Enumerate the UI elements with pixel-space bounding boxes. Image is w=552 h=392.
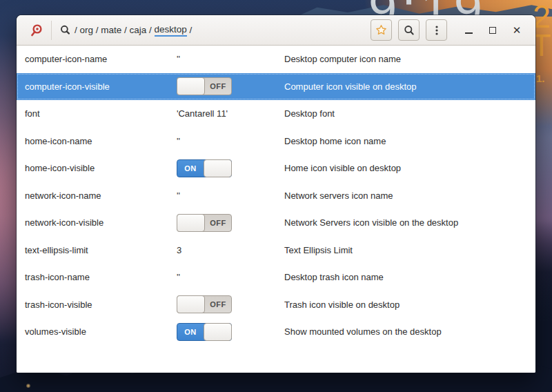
setting-value-text: '' <box>177 190 180 201</box>
setting-key: font <box>25 108 177 119</box>
toggle-handle <box>177 214 205 232</box>
toggle-handle <box>177 77 205 95</box>
setting-description: Network Servers icon visible on the desk… <box>284 217 535 228</box>
search-button[interactable] <box>398 19 420 41</box>
toggle-switch-home-icon-visible[interactable]: ON <box>177 159 232 177</box>
settings-row-text-ellipsis-limit[interactable]: text-ellipsis-limit3Text Ellipsis Limit <box>17 237 535 264</box>
maximize-icon <box>489 27 496 34</box>
settings-row-network-icon-name[interactable]: network-icon-name''Network servers icon … <box>17 182 535 210</box>
dconf-editor-window: / org / mate / caja / desktop / <box>17 15 535 373</box>
breadcrumb-suffix: / <box>187 25 193 35</box>
settings-row-font[interactable]: font'Cantarell 11'Desktop font <box>17 100 535 128</box>
breadcrumb[interactable]: / org / mate / caja / desktop / <box>75 24 192 37</box>
setting-key: text-ellipsis-limit <box>25 245 177 255</box>
minimize-icon <box>465 32 473 34</box>
setting-key: trash-icon-visible <box>25 300 177 310</box>
setting-value: OFF <box>177 295 284 313</box>
settings-row-computer-icon-name[interactable]: computer-icon-name''Desktop computer ico… <box>17 46 535 73</box>
distant-light <box>26 384 30 388</box>
setting-description: Desktop computer icon name <box>284 54 535 64</box>
bookmark-button[interactable] <box>371 19 392 41</box>
setting-key: volumes-visible <box>25 326 177 337</box>
setting-value: ON <box>177 323 284 341</box>
toggle-switch-volumes-visible[interactable]: ON <box>177 323 232 341</box>
menu-button[interactable] <box>426 19 447 41</box>
maximize-button[interactable] <box>484 21 502 39</box>
toggle-handle <box>204 159 232 177</box>
setting-value: 3 <box>177 245 284 255</box>
toggle-handle <box>177 295 205 313</box>
settings-row-trash-icon-visible[interactable]: trash-icon-visibleOFFTrash icon visible … <box>17 291 535 319</box>
settings-row-home-icon-visible[interactable]: home-icon-visibleONHome icon visible on … <box>17 155 535 182</box>
setting-description: Computer icon visible on desktop <box>284 81 535 92</box>
setting-description: Home icon visible on desktop <box>284 163 535 173</box>
setting-description: Show mounted volumes on the desktop <box>284 326 535 337</box>
settings-row-trash-icon-name[interactable]: trash-icon-name''Desktop trash icon name <box>17 264 535 291</box>
setting-key: home-icon-visible <box>25 163 177 173</box>
setting-value-text: 3 <box>177 245 181 255</box>
breadcrumb-prefix[interactable]: / org / mate / caja / <box>75 25 155 35</box>
settings-list: computer-icon-name''Desktop computer ico… <box>17 46 535 373</box>
setting-value: '' <box>177 190 284 201</box>
toggle-state-label: OFF <box>205 78 231 95</box>
breadcrumb-current-segment[interactable]: desktop <box>155 24 187 37</box>
setting-value: ON <box>177 159 284 177</box>
setting-description: Desktop trash icon name <box>284 272 535 282</box>
close-icon: ✕ <box>513 25 522 35</box>
settings-row-home-icon-name[interactable]: home-icon-name''Desktop home icon name <box>17 128 535 155</box>
setting-key: computer-icon-name <box>25 54 177 64</box>
setting-description: Network servers icon name <box>284 190 535 201</box>
setting-value: 'Cantarell 11' <box>177 108 284 119</box>
search-icon <box>404 25 415 36</box>
toggle-switch-computer-icon-visible[interactable]: OFF <box>177 77 232 95</box>
setting-value-text: 'Cantarell 11' <box>177 108 228 119</box>
setting-value-text: '' <box>177 136 180 146</box>
setting-value: OFF <box>177 214 284 232</box>
desktop-wallpaper: 9:19 2 T 1. / org / mate / caja / deskto… <box>0 0 552 392</box>
toggle-state-label: OFF <box>205 296 231 313</box>
setting-key: network-icon-name <box>25 190 177 201</box>
toggle-state-label: ON <box>177 324 204 340</box>
toggle-state-label: OFF <box>205 215 231 231</box>
settings-row-network-icon-visible[interactable]: network-icon-visibleOFFNetwork Servers i… <box>17 209 535 237</box>
headerbar-actions: ✕ <box>364 19 526 41</box>
setting-description: Desktop home icon name <box>284 136 535 146</box>
headerbar: / org / mate / caja / desktop / <box>17 15 535 46</box>
minimize-button[interactable] <box>460 21 477 39</box>
setting-value: '' <box>177 272 284 282</box>
toggle-switch-network-icon-visible[interactable]: OFF <box>177 214 232 232</box>
settings-row-volumes-visible[interactable]: volumes-visibleONShow mounted volumes on… <box>17 318 535 346</box>
setting-key: computer-icon-visible <box>25 81 177 92</box>
setting-value: '' <box>177 54 284 64</box>
toggle-handle <box>204 323 232 341</box>
setting-key: home-icon-name <box>25 136 177 146</box>
path-magnifier-icon <box>60 25 70 35</box>
setting-key: network-icon-visible <box>25 217 177 228</box>
setting-value: '' <box>177 136 284 146</box>
desktop-list-label: 1. <box>536 72 545 84</box>
toggle-switch-trash-icon-visible[interactable]: OFF <box>177 295 232 313</box>
setting-description: Desktop font <box>284 108 535 119</box>
setting-value-text: '' <box>177 272 180 282</box>
dconf-editor-icon <box>28 21 46 39</box>
setting-description: Text Ellipsis Limit <box>284 245 535 255</box>
setting-description: Trash icon visible on desktop <box>284 300 535 310</box>
headerbar-separator <box>51 21 52 40</box>
settings-row-computer-icon-visible[interactable]: computer-icon-visibleOFFComputer icon vi… <box>17 73 535 101</box>
star-icon <box>375 24 387 36</box>
close-button[interactable]: ✕ <box>508 21 526 39</box>
toggle-state-label: ON <box>177 160 204 177</box>
setting-value-text: '' <box>177 54 180 64</box>
setting-key: trash-icon-name <box>25 272 177 282</box>
kebab-menu-icon <box>431 25 442 36</box>
setting-value: OFF <box>177 77 284 95</box>
